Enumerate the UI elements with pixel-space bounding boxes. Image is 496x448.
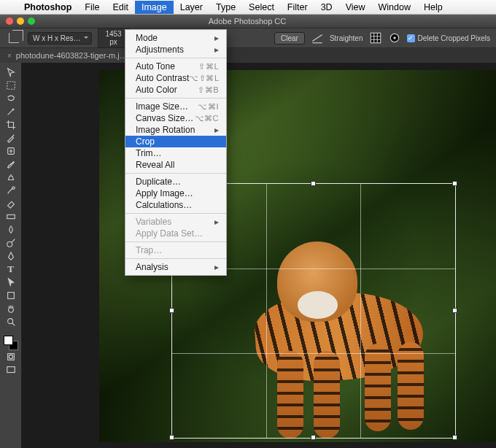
gradient-tool[interactable] (2, 210, 20, 223)
menu-item-label: Crop (136, 136, 155, 147)
screen-mode-toggle[interactable] (2, 363, 20, 376)
svg-point-9 (7, 319, 12, 324)
menu-item-auto-color[interactable]: Auto Color⇧⌘B (125, 84, 226, 96)
clear-button[interactable]: Clear (274, 32, 305, 45)
mac-menubar: Photoshop File Edit Image Layer Type Sel… (0, 0, 496, 15)
quick-mask-toggle[interactable] (2, 350, 20, 363)
zoom-window-button[interactable] (28, 18, 35, 25)
menu-item-label: Auto Contrast (136, 73, 189, 83)
menu-item-auto-tone[interactable]: Auto Tone⇧⌘L (125, 61, 226, 72)
clone-stamp-tool[interactable] (2, 171, 20, 184)
menu-item-trim[interactable]: Trim… (125, 147, 226, 159)
menu-item-reveal-all[interactable]: Reveal All (125, 159, 226, 171)
menu-item-label: Duplicate… (136, 177, 181, 187)
lasso-tool[interactable] (2, 92, 20, 105)
magic-wand-tool[interactable] (2, 105, 20, 118)
svg-rect-8 (7, 293, 14, 299)
crop-handle-se[interactable] (452, 435, 457, 440)
brush-tool[interactable] (2, 158, 20, 171)
menu-edit[interactable]: Edit (106, 1, 135, 14)
eyedropper-tool[interactable] (2, 131, 20, 144)
submenu-arrow-icon: ▸ (214, 217, 219, 227)
menu-shortcut: ⇧⌘L (198, 62, 219, 72)
svg-point-2 (393, 36, 395, 39)
submenu-arrow-icon: ▸ (214, 262, 219, 272)
shape-tool[interactable] (2, 289, 20, 302)
healing-brush-tool[interactable] (2, 144, 20, 158)
dodge-tool[interactable] (2, 236, 20, 250)
svg-rect-6 (7, 215, 15, 218)
svg-rect-0 (371, 33, 381, 43)
move-tool[interactable] (2, 66, 20, 79)
menu-file[interactable]: File (78, 1, 106, 14)
crop-handle-n[interactable] (311, 181, 316, 186)
menu-item-adjustments[interactable]: Adjustments▸ (125, 44, 226, 55)
menu-separator (125, 213, 226, 214)
straighten-icon[interactable] (311, 31, 324, 45)
crop-handle-e[interactable] (452, 308, 457, 313)
menu-item-variables: Variables▸ (125, 216, 226, 228)
menu-3d[interactable]: 3D (314, 1, 339, 14)
menu-item-auto-contrast[interactable]: Auto Contrast⌥⇧⌘L (125, 72, 226, 84)
hand-tool[interactable] (2, 302, 20, 315)
path-selection-tool[interactable] (2, 276, 20, 289)
submenu-arrow-icon: ▸ (214, 45, 219, 55)
crop-handle-sw[interactable] (169, 435, 174, 440)
menu-type[interactable]: Type (209, 1, 242, 14)
menu-item-duplicate[interactable]: Duplicate… (125, 176, 226, 188)
marquee-tool[interactable] (2, 79, 20, 92)
menu-item-image-rotation[interactable]: Image Rotation▸ (125, 124, 226, 136)
canvas[interactable] (22, 63, 496, 448)
menu-separator (125, 242, 226, 242)
minimize-window-button[interactable] (17, 18, 24, 25)
menu-item-label: Adjustments (136, 45, 184, 55)
menu-layer[interactable]: Layer (174, 1, 209, 14)
menu-shortcut: ⇧⌘B (198, 85, 219, 95)
crop-handle-w[interactable] (169, 308, 174, 313)
menu-item-label: Trap… (136, 245, 162, 255)
overlay-grid-icon[interactable] (369, 31, 382, 45)
pen-tool[interactable] (2, 250, 20, 263)
zoom-tool[interactable] (2, 315, 20, 328)
menu-filter[interactable]: Filter (281, 1, 314, 14)
menu-item-apply-image[interactable]: Apply Image… (125, 188, 226, 199)
foreground-color-swatch[interactable] (4, 336, 13, 345)
color-swatches[interactable] (4, 336, 18, 350)
menu-view[interactable]: View (339, 1, 372, 14)
eraser-tool[interactable] (2, 197, 20, 210)
crop-tool[interactable] (2, 118, 20, 131)
blur-tool[interactable] (2, 223, 20, 236)
menu-item-calculations[interactable]: Calculations… (125, 199, 226, 211)
menu-item-crop[interactable]: Crop (125, 136, 226, 147)
menu-select[interactable]: Select (242, 1, 281, 14)
crop-settings-icon[interactable] (388, 31, 401, 45)
menu-item-label: Mode (136, 33, 158, 43)
menu-item-image-size[interactable]: Image Size…⌥⌘I (125, 101, 226, 112)
menu-help[interactable]: Help (417, 1, 449, 14)
menu-item-label: Apply Image… (136, 188, 193, 198)
document-tab[interactable]: × photodune-4603823-tiger-m.j… (0, 48, 135, 63)
menu-item-analysis[interactable]: Analysis▸ (125, 261, 226, 273)
crop-tool-icon[interactable] (9, 33, 19, 43)
menu-image[interactable]: Image (135, 1, 174, 14)
close-tab-icon[interactable]: × (7, 52, 12, 60)
crop-ratio-preset[interactable]: W x H x Res… (28, 32, 92, 45)
menu-separator (125, 173, 226, 174)
crop-handle-ne[interactable] (452, 181, 457, 186)
close-window-button[interactable] (6, 18, 13, 25)
history-brush-tool[interactable] (2, 184, 20, 197)
crop-handle-s[interactable] (311, 435, 316, 440)
menu-item-canvas-size[interactable]: Canvas Size…⌥⌘C (125, 112, 226, 124)
menu-item-mode[interactable]: Mode▸ (125, 32, 226, 44)
document-tab-bar: × photodune-4603823-tiger-m.j… (0, 48, 496, 63)
window-titlebar: Adobe Photoshop CC (0, 15, 496, 28)
svg-point-7 (7, 242, 12, 247)
menu-shortcut: ⌥⌘C (195, 114, 219, 123)
photoshop-window: Adobe Photoshop CC W x H x Res… 1453 px … (0, 15, 496, 448)
delete-cropped-checkbox[interactable]: ✓ Delete Cropped Pixels (407, 34, 491, 42)
menu-item-label: Variables (136, 217, 171, 227)
menu-item-label: Reveal All (136, 160, 174, 170)
menu-photoshop[interactable]: Photoshop (18, 1, 78, 14)
menu-window[interactable]: Window (372, 1, 417, 14)
type-tool[interactable]: T (2, 263, 20, 276)
